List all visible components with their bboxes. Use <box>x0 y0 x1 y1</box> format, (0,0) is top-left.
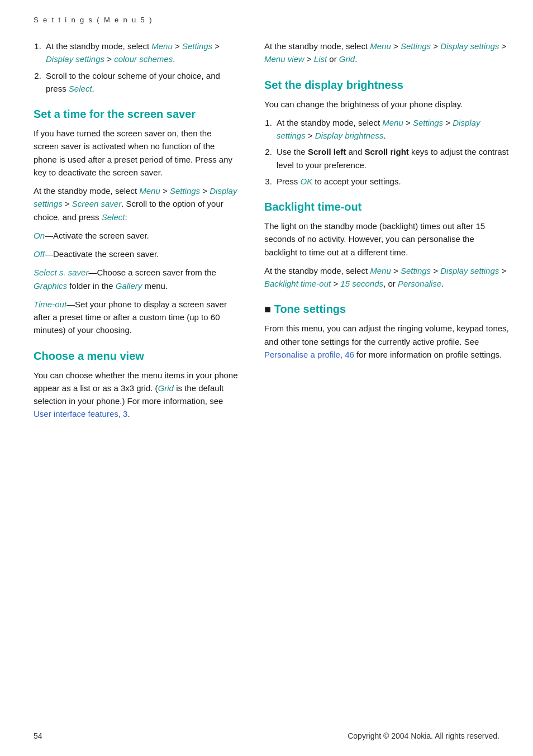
menu-view-nav-para: At the standby mode, select Menu > Setti… <box>264 40 510 66</box>
ss-menu: Menu <box>139 186 160 196</box>
main-columns: At the standby mode, select Menu > Setti… <box>0 40 533 433</box>
ss-screen-saver: Screen saver <box>72 199 121 208</box>
db-settings: Settings <box>413 118 443 127</box>
tone-settings-heading: ■ Tone settings <box>264 302 510 316</box>
screen-saver-nav: At the standby mode, select Menu > Setti… <box>34 184 239 224</box>
mvn-list: List <box>314 54 327 64</box>
menu-view-grid: Grid <box>158 383 174 393</box>
mvn-grid: Grid <box>339 54 355 64</box>
bl-backlight: Backlight time-out <box>264 279 331 288</box>
page-header-text: S e t t i n g s ( M e n u 5 ) <box>34 16 153 24</box>
intro-item1-colour-schemes: colour schemes <box>114 54 173 64</box>
ss-select: Select <box>102 212 125 222</box>
mvn-display-settings: Display settings <box>440 41 499 51</box>
db-ok: OK <box>301 177 313 186</box>
backlight-para1: The light on the standby mode (backlight… <box>264 220 510 259</box>
intro-item1-menu: Menu <box>151 41 173 51</box>
menu-view-nav-section: At the standby mode, select Menu > Setti… <box>264 40 510 66</box>
db-menu: Menu <box>382 118 403 127</box>
left-column: At the standby mode, select Menu > Setti… <box>0 40 254 433</box>
db-list-item-3: Press OK to accept your settings. <box>274 175 510 188</box>
menu-view-section: Choose a menu view You can choose whethe… <box>34 349 239 421</box>
screen-saver-option-select: Select s. saver—Choose a screen saver fr… <box>34 266 239 292</box>
display-brightness-list: At the standby mode, select Menu > Setti… <box>274 116 510 188</box>
intro-item1-display-settings: Display settings <box>46 54 104 64</box>
menu-view-heading: Choose a menu view <box>34 349 239 363</box>
display-brightness-heading: Set the display brightness <box>264 78 510 92</box>
intro-item1-text-before: At the standby mode, select <box>46 41 151 51</box>
intro-item2-select: Select <box>69 84 92 93</box>
db-scroll-right: Scroll right <box>365 147 409 156</box>
db-scroll-left: Scroll left <box>308 147 346 156</box>
page: S e t t i n g s ( M e n u 5 ) At the sta… <box>0 0 533 756</box>
display-brightness-para1: You can change the brightness of your ph… <box>264 98 510 111</box>
screen-saver-option-timeout: Time-out—Set your phone to display a scr… <box>34 298 239 337</box>
bl-personalise: Personalise <box>398 279 441 288</box>
page-header: S e t t i n g s ( M e n u 5 ) <box>0 10 533 30</box>
menu-view-para: You can choose whether the menu items in… <box>34 369 239 421</box>
option-timeout-label: Time-out <box>34 299 66 309</box>
page-footer: 54 Copyright © 2004 Nokia. All rights re… <box>0 731 533 740</box>
screen-saver-section: Set a time for the screen saver If you h… <box>34 107 239 337</box>
copyright-text: Copyright © 2004 Nokia. All rights reser… <box>348 731 499 740</box>
db-list-item-1: At the standby mode, select Menu > Setti… <box>274 116 510 142</box>
option-select-gallery: Gallery <box>116 281 142 291</box>
option-off-label: Off <box>34 249 45 259</box>
tone-settings-section: ■ Tone settings From this menu, you can … <box>264 302 510 361</box>
display-brightness-section: Set the display brightness You can chang… <box>264 78 510 188</box>
db-brightness: Display brightness <box>315 131 384 140</box>
intro-list: At the standby mode, select Menu > Setti… <box>44 40 239 95</box>
bl-15sec: 15 seconds <box>340 279 383 288</box>
option-select-label: Select s. saver <box>34 268 88 277</box>
bl-display-settings: Display settings <box>440 266 499 275</box>
screen-saver-para1: If you have turned the screen saver on, … <box>34 127 239 179</box>
intro-list-item-2: Scroll to the colour scheme of your choi… <box>44 69 239 96</box>
right-column: At the standby mode, select Menu > Setti… <box>254 40 533 433</box>
bl-settings: Settings <box>401 266 431 275</box>
backlight-heading: Backlight time-out <box>264 200 510 214</box>
tone-settings-link[interactable]: Personalise a profile, 46 <box>264 350 354 359</box>
backlight-nav-para: At the standby mode, select Menu > Setti… <box>264 264 510 291</box>
page-number: 54 <box>34 731 42 740</box>
menu-view-link[interactable]: User interface features, 3 <box>34 409 127 419</box>
intro-list-item-1: At the standby mode, select Menu > Setti… <box>44 40 239 66</box>
db-list-item-2: Use the Scroll left and Scroll right key… <box>274 145 510 172</box>
screen-saver-option-on: On—Activate the screen saver. <box>34 229 239 242</box>
intro-section: At the standby mode, select Menu > Setti… <box>34 40 239 95</box>
ss-settings: Settings <box>170 186 200 196</box>
intro-item1-settings: Settings <box>182 41 212 51</box>
mvn-menu-view: Menu view <box>264 54 304 64</box>
screen-saver-heading: Set a time for the screen saver <box>34 107 239 121</box>
mvn-menu: Menu <box>370 41 391 51</box>
bl-menu: Menu <box>370 266 391 275</box>
tone-settings-para: From this menu, you can adjust the ringi… <box>264 322 510 361</box>
ss-display-settings: Display settings <box>34 186 237 208</box>
option-select-graphics: Graphics <box>34 281 67 291</box>
screen-saver-option-off: Off—Deactivate the screen saver. <box>34 248 239 260</box>
backlight-section: Backlight time-out The light on the stan… <box>264 200 510 290</box>
mvn-settings: Settings <box>401 41 431 51</box>
option-on-label: On <box>34 231 45 240</box>
